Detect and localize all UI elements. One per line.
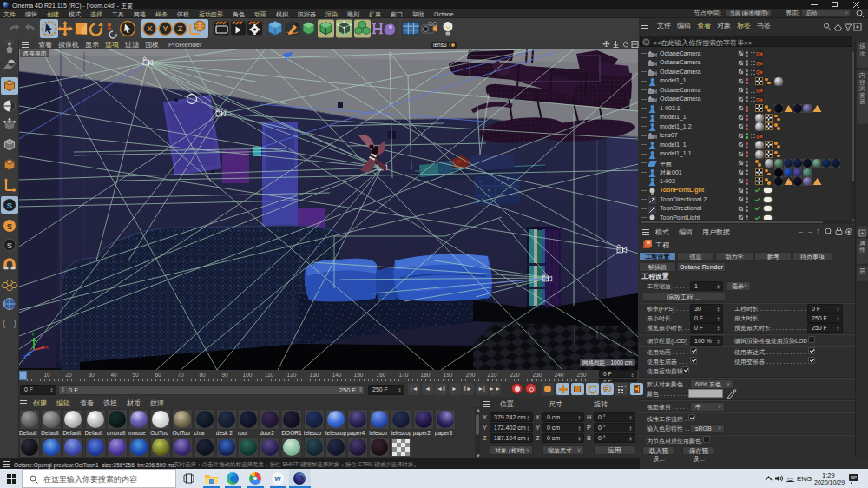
svg-text:Y: Y	[162, 23, 168, 33]
svg-text:S: S	[7, 201, 12, 210]
svg-text:Z: Z	[23, 354, 27, 359]
svg-text:( ): ( )	[2, 320, 17, 329]
svg-text:S: S	[7, 241, 12, 250]
svg-text:S: S	[7, 221, 12, 231]
svg-text:Y: Y	[31, 332, 35, 337]
svg-text:X: X	[147, 23, 153, 33]
svg-text:X: X	[45, 345, 49, 350]
svg-text:Z: Z	[178, 23, 183, 33]
